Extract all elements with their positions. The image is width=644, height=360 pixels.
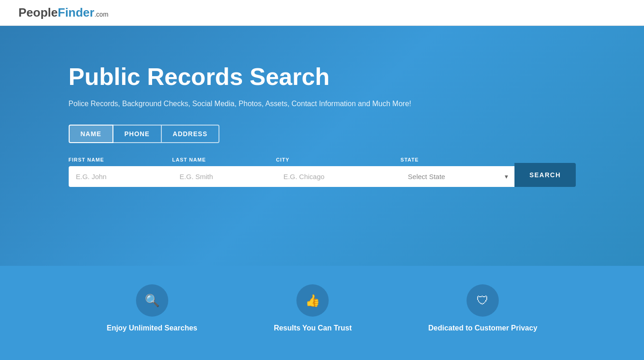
last-name-group: LAST NAME <box>172 157 276 187</box>
privacy-icon-circle: 🛡 <box>467 284 499 317</box>
privacy-label: Dedicated to Customer Privacy <box>428 324 538 332</box>
tab-address[interactable]: ADDRESS <box>162 125 219 143</box>
last-name-input[interactable] <box>172 166 276 187</box>
first-name-label: FIRST NAME <box>69 157 172 162</box>
features-list: 🔍 Enjoy Unlimited Searches 👍 Results You… <box>69 284 576 332</box>
shield-icon: 🛡 <box>477 294 489 308</box>
state-select[interactable]: Select State AlabamaAlaskaArizonaArkansa… <box>401 166 515 187</box>
first-name-group: FIRST NAME <box>69 157 172 187</box>
tab-phone[interactable]: PHONE <box>113 125 162 143</box>
page-title: Public Records Search <box>69 63 576 90</box>
thumbs-up-icon: 👍 <box>305 294 320 308</box>
search-button[interactable]: SEARCH <box>514 163 575 187</box>
trust-label: Results You Can Trust <box>274 324 352 332</box>
logo-finder: Finder <box>58 6 94 19</box>
state-group: STATE Select State AlabamaAlaskaArizonaA… <box>401 157 515 187</box>
features-section: 🔍 Enjoy Unlimited Searches 👍 Results You… <box>0 266 644 360</box>
hero-section: Public Records Search Police Records, Ba… <box>0 26 644 266</box>
city-input[interactable] <box>276 166 401 187</box>
logo[interactable]: PeopleFinder.com <box>18 6 108 20</box>
city-group: CITY <box>276 157 401 187</box>
logo-people: People <box>18 6 58 19</box>
trust-icon-circle: 👍 <box>296 284 329 317</box>
state-label: STATE <box>401 157 515 162</box>
search-magnify-icon: 🔍 <box>145 294 160 308</box>
site-header: PeopleFinder.com <box>0 0 644 26</box>
last-name-label: LAST NAME <box>172 157 276 162</box>
search-tabs: NAME PHONE ADDRESS <box>69 125 576 143</box>
logo-com: .com <box>95 11 108 18</box>
feature-privacy: 🛡 Dedicated to Customer Privacy <box>428 284 538 332</box>
first-name-input[interactable] <box>69 166 172 187</box>
unlimited-searches-icon-circle: 🔍 <box>136 284 168 317</box>
feature-unlimited-searches: 🔍 Enjoy Unlimited Searches <box>106 284 197 332</box>
city-label: CITY <box>276 157 401 162</box>
state-wrapper: Select State AlabamaAlaskaArizonaArkansa… <box>401 166 515 187</box>
hero-subtitle: Police Records, Background Checks, Socia… <box>69 100 576 108</box>
search-form: FIRST NAME LAST NAME CITY STATE Select S… <box>69 157 576 187</box>
feature-trust: 👍 Results You Can Trust <box>274 284 352 332</box>
unlimited-searches-label: Enjoy Unlimited Searches <box>106 324 197 332</box>
tab-name[interactable]: NAME <box>69 125 113 143</box>
